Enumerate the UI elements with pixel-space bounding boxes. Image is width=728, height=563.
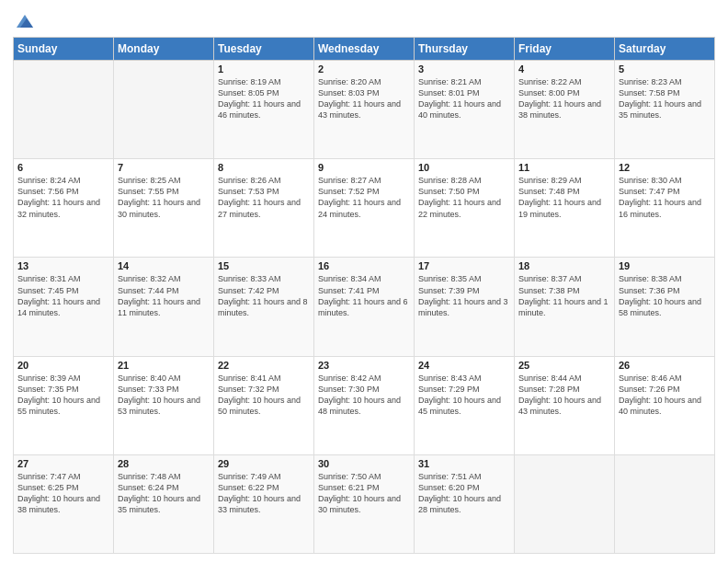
day-cell: 14Sunrise: 8:32 AM Sunset: 7:44 PM Dayli… bbox=[114, 258, 214, 356]
day-number: 13 bbox=[17, 260, 109, 271]
header-cell-sunday: Sunday bbox=[14, 38, 114, 61]
day-number: 8 bbox=[218, 162, 310, 173]
day-info: Sunrise: 8:46 AM Sunset: 7:26 PM Dayligh… bbox=[619, 373, 711, 418]
day-number: 30 bbox=[318, 458, 410, 469]
day-cell: 27Sunrise: 7:47 AM Sunset: 6:25 PM Dayli… bbox=[14, 454, 114, 553]
calendar-header: SundayMondayTuesdayWednesdayThursdayFrid… bbox=[14, 38, 715, 61]
day-info: Sunrise: 8:27 AM Sunset: 7:52 PM Dayligh… bbox=[318, 175, 410, 220]
day-cell: 8Sunrise: 8:26 AM Sunset: 7:53 PM Daylig… bbox=[214, 159, 314, 258]
logo-icon bbox=[15, 11, 35, 31]
day-info: Sunrise: 8:34 AM Sunset: 7:41 PM Dayligh… bbox=[318, 273, 410, 318]
day-number: 27 bbox=[17, 458, 109, 469]
day-cell: 28Sunrise: 7:48 AM Sunset: 6:24 PM Dayli… bbox=[114, 454, 214, 553]
day-cell: 6Sunrise: 8:24 AM Sunset: 7:56 PM Daylig… bbox=[14, 159, 114, 258]
day-info: Sunrise: 8:29 AM Sunset: 7:48 PM Dayligh… bbox=[518, 175, 610, 220]
day-number: 17 bbox=[418, 260, 510, 271]
day-info: Sunrise: 8:26 AM Sunset: 7:53 PM Dayligh… bbox=[218, 175, 310, 220]
day-cell bbox=[515, 454, 615, 553]
day-cell: 29Sunrise: 7:49 AM Sunset: 6:22 PM Dayli… bbox=[214, 454, 314, 553]
day-cell: 2Sunrise: 8:20 AM Sunset: 8:03 PM Daylig… bbox=[314, 61, 415, 159]
day-number: 31 bbox=[418, 458, 510, 469]
day-info: Sunrise: 8:33 AM Sunset: 7:42 PM Dayligh… bbox=[218, 273, 310, 318]
day-info: Sunrise: 8:19 AM Sunset: 8:05 PM Dayligh… bbox=[218, 76, 310, 121]
day-cell: 4Sunrise: 8:22 AM Sunset: 8:00 PM Daylig… bbox=[515, 61, 615, 159]
week-row-0: 1Sunrise: 8:19 AM Sunset: 8:05 PM Daylig… bbox=[14, 61, 715, 159]
day-cell: 16Sunrise: 8:34 AM Sunset: 7:41 PM Dayli… bbox=[314, 258, 415, 356]
day-cell: 30Sunrise: 7:50 AM Sunset: 6:21 PM Dayli… bbox=[314, 454, 415, 553]
header-cell-thursday: Thursday bbox=[415, 38, 515, 61]
week-row-4: 27Sunrise: 7:47 AM Sunset: 6:25 PM Dayli… bbox=[14, 454, 715, 553]
day-info: Sunrise: 8:37 AM Sunset: 7:38 PM Dayligh… bbox=[518, 273, 610, 318]
day-number: 11 bbox=[518, 162, 610, 173]
day-number: 14 bbox=[118, 260, 210, 271]
day-info: Sunrise: 8:41 AM Sunset: 7:32 PM Dayligh… bbox=[218, 373, 310, 418]
day-cell: 18Sunrise: 8:37 AM Sunset: 7:38 PM Dayli… bbox=[515, 258, 615, 356]
week-row-1: 6Sunrise: 8:24 AM Sunset: 7:56 PM Daylig… bbox=[14, 159, 715, 258]
day-info: Sunrise: 7:51 AM Sunset: 6:20 PM Dayligh… bbox=[418, 471, 510, 516]
day-info: Sunrise: 8:24 AM Sunset: 7:56 PM Dayligh… bbox=[17, 175, 109, 220]
day-cell: 26Sunrise: 8:46 AM Sunset: 7:26 PM Dayli… bbox=[615, 356, 715, 454]
day-info: Sunrise: 8:32 AM Sunset: 7:44 PM Dayligh… bbox=[118, 273, 210, 318]
day-info: Sunrise: 8:44 AM Sunset: 7:28 PM Dayligh… bbox=[518, 373, 610, 418]
day-cell: 1Sunrise: 8:19 AM Sunset: 8:05 PM Daylig… bbox=[214, 61, 314, 159]
day-cell: 24Sunrise: 8:43 AM Sunset: 7:29 PM Dayli… bbox=[415, 356, 515, 454]
day-cell bbox=[114, 61, 214, 159]
day-info: Sunrise: 8:39 AM Sunset: 7:35 PM Dayligh… bbox=[17, 373, 109, 418]
logo-text-block bbox=[13, 13, 35, 31]
day-info: Sunrise: 7:50 AM Sunset: 6:21 PM Dayligh… bbox=[318, 471, 410, 516]
day-number: 5 bbox=[619, 63, 711, 75]
day-number: 9 bbox=[318, 162, 410, 173]
day-cell: 15Sunrise: 8:33 AM Sunset: 7:42 PM Dayli… bbox=[214, 258, 314, 356]
day-number: 25 bbox=[518, 360, 610, 371]
day-number: 4 bbox=[518, 63, 610, 75]
day-info: Sunrise: 8:35 AM Sunset: 7:39 PM Dayligh… bbox=[418, 273, 510, 318]
day-cell: 10Sunrise: 8:28 AM Sunset: 7:50 PM Dayli… bbox=[415, 159, 515, 258]
day-cell: 21Sunrise: 8:40 AM Sunset: 7:33 PM Dayli… bbox=[114, 356, 214, 454]
day-number: 1 bbox=[218, 63, 310, 75]
day-info: Sunrise: 8:28 AM Sunset: 7:50 PM Dayligh… bbox=[418, 175, 510, 220]
day-info: Sunrise: 8:30 AM Sunset: 7:47 PM Dayligh… bbox=[619, 175, 711, 220]
calendar-body: 1Sunrise: 8:19 AM Sunset: 8:05 PM Daylig… bbox=[14, 61, 715, 554]
week-row-2: 13Sunrise: 8:31 AM Sunset: 7:45 PM Dayli… bbox=[14, 258, 715, 356]
day-cell: 22Sunrise: 8:41 AM Sunset: 7:32 PM Dayli… bbox=[214, 356, 314, 454]
logo-line bbox=[13, 13, 35, 31]
day-cell: 17Sunrise: 8:35 AM Sunset: 7:39 PM Dayli… bbox=[415, 258, 515, 356]
calendar-table: SundayMondayTuesdayWednesdayThursdayFrid… bbox=[13, 37, 715, 554]
day-cell bbox=[615, 454, 715, 553]
day-number: 12 bbox=[619, 162, 711, 173]
day-info: Sunrise: 8:31 AM Sunset: 7:45 PM Dayligh… bbox=[17, 273, 109, 318]
day-cell: 9Sunrise: 8:27 AM Sunset: 7:52 PM Daylig… bbox=[314, 159, 415, 258]
day-cell: 7Sunrise: 8:25 AM Sunset: 7:55 PM Daylig… bbox=[114, 159, 214, 258]
logo bbox=[13, 13, 35, 31]
header bbox=[13, 9, 715, 31]
day-info: Sunrise: 8:21 AM Sunset: 8:01 PM Dayligh… bbox=[418, 76, 510, 121]
day-number: 18 bbox=[518, 260, 610, 271]
header-cell-wednesday: Wednesday bbox=[314, 38, 415, 61]
day-number: 15 bbox=[218, 260, 310, 271]
day-number: 19 bbox=[619, 260, 711, 271]
day-info: Sunrise: 8:43 AM Sunset: 7:29 PM Dayligh… bbox=[418, 373, 510, 418]
day-number: 22 bbox=[218, 360, 310, 371]
week-row-3: 20Sunrise: 8:39 AM Sunset: 7:35 PM Dayli… bbox=[14, 356, 715, 454]
day-cell: 5Sunrise: 8:23 AM Sunset: 7:58 PM Daylig… bbox=[615, 61, 715, 159]
day-number: 28 bbox=[118, 458, 210, 469]
header-row: SundayMondayTuesdayWednesdayThursdayFrid… bbox=[14, 38, 715, 61]
day-cell: 19Sunrise: 8:38 AM Sunset: 7:36 PM Dayli… bbox=[615, 258, 715, 356]
day-info: Sunrise: 8:38 AM Sunset: 7:36 PM Dayligh… bbox=[619, 273, 711, 318]
day-info: Sunrise: 8:25 AM Sunset: 7:55 PM Dayligh… bbox=[118, 175, 210, 220]
day-info: Sunrise: 7:49 AM Sunset: 6:22 PM Dayligh… bbox=[218, 471, 310, 516]
day-number: 3 bbox=[418, 63, 510, 75]
day-number: 21 bbox=[118, 360, 210, 371]
day-number: 10 bbox=[418, 162, 510, 173]
day-number: 24 bbox=[418, 360, 510, 371]
day-cell: 13Sunrise: 8:31 AM Sunset: 7:45 PM Dayli… bbox=[14, 258, 114, 356]
day-number: 16 bbox=[318, 260, 410, 271]
header-cell-tuesday: Tuesday bbox=[214, 38, 314, 61]
page: SundayMondayTuesdayWednesdayThursdayFrid… bbox=[0, 0, 728, 563]
header-cell-friday: Friday bbox=[515, 38, 615, 61]
day-number: 20 bbox=[17, 360, 109, 371]
day-info: Sunrise: 7:47 AM Sunset: 6:25 PM Dayligh… bbox=[17, 471, 109, 516]
day-number: 26 bbox=[619, 360, 711, 371]
day-number: 23 bbox=[318, 360, 410, 371]
day-number: 7 bbox=[118, 162, 210, 173]
